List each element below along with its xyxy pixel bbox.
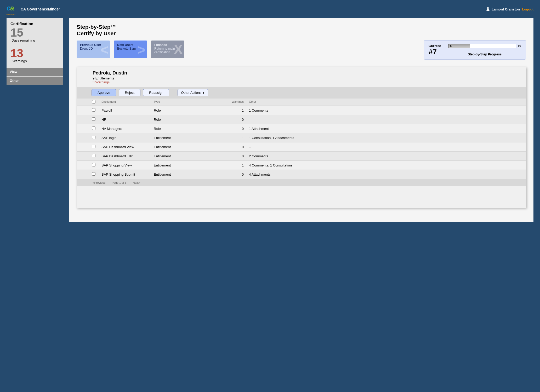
- certification-title: Certification: [10, 21, 59, 26]
- row-warnings: 0: [196, 127, 249, 131]
- app-header: ca. technologies CA GovernenceMinder Lam…: [0, 0, 540, 18]
- row-checkbox[interactable]: [92, 154, 95, 157]
- user-icon: [486, 7, 490, 11]
- progress-bar-fill: 6: [448, 44, 470, 48]
- main-content: Step-by-Step™ Certify by User Previous U…: [69, 18, 533, 222]
- row-warnings: 1: [196, 163, 249, 167]
- col-header-entitlement: Entitlement: [101, 100, 154, 104]
- close-icon: X: [174, 45, 183, 54]
- row-warnings: 0: [196, 118, 249, 122]
- current-label: Current: [429, 44, 441, 48]
- table-row[interactable]: NA ManagersRole01 Attachment: [77, 124, 526, 133]
- warnings-num: 13: [10, 48, 59, 59]
- progress-card: Current #7 6 19 Step-by-Step Progress: [424, 40, 526, 60]
- table-body: PayrollRole11 CommentsHRRole0–NA Manager…: [77, 106, 526, 179]
- sidebar: Certification 15 Days remaining 13 Warni…: [7, 18, 63, 222]
- reassign-button[interactable]: Reassign: [143, 89, 169, 96]
- sidebar-tab-view[interactable]: View: [7, 68, 63, 77]
- col-header-warnings: Warnings: [196, 100, 249, 104]
- logo-subtext: technologies: [7, 14, 15, 15]
- previous-user-card[interactable]: Previous User Drew, JD <: [77, 40, 110, 58]
- row-entitlement: SAP Dashboard View: [101, 145, 154, 149]
- table-row[interactable]: SAP Dashboard ViewEntitlement0–: [77, 142, 526, 152]
- progress-label: Step-by-Step Progress: [468, 53, 502, 56]
- row-warnings: 1: [196, 136, 249, 140]
- chevron-left-icon: <: [100, 45, 109, 54]
- paginate-next[interactable]: Next>: [133, 181, 140, 184]
- row-warnings: 0: [196, 145, 249, 149]
- table-row[interactable]: SAP Dashboard EditEntitlement02 Comments: [77, 152, 526, 161]
- user-name: Pedroia, Dustin: [93, 70, 520, 76]
- ca-logo: ca. technologies: [7, 4, 18, 14]
- row-type: Entitlement: [154, 136, 196, 140]
- paginate-prev[interactable]: <Previous: [93, 181, 105, 184]
- other-actions-dropdown[interactable]: Other Actions: [178, 89, 208, 96]
- col-header-other: Other: [249, 100, 520, 104]
- progress-bar: 6: [448, 44, 516, 48]
- finished-card[interactable]: Finished Return to main certification X: [151, 40, 184, 58]
- row-checkbox[interactable]: [92, 117, 95, 121]
- row-type: Role: [154, 118, 196, 122]
- row-other: 2 Comments: [249, 154, 520, 158]
- entitlements-panel: Pedroia, Dustin 9 Entitlements 3 Warning…: [77, 67, 526, 208]
- row-other: 4 Attachments: [249, 172, 520, 176]
- progress-block: 6 19 Step-by-Step Progress: [448, 44, 521, 56]
- row-checkbox[interactable]: [92, 126, 95, 130]
- row-entitlement: SAP Dashboard Edit: [101, 154, 154, 158]
- row-checkbox[interactable]: [92, 172, 95, 176]
- days-remaining-num: 15: [10, 27, 59, 38]
- row-other: 1 Attachment: [249, 127, 520, 131]
- row-entitlement: HR: [101, 118, 154, 122]
- days-remaining-label: Days remaining: [12, 38, 59, 42]
- table-header: Entitlement Type Warnings Other: [77, 99, 526, 106]
- table-row[interactable]: SAP Shopping ViewEntitlement14 Comments,…: [77, 161, 526, 170]
- row-entitlement: NA Managers: [101, 127, 154, 131]
- progress-total-num: 19: [518, 44, 521, 48]
- select-all-checkbox[interactable]: [92, 100, 95, 103]
- row-checkbox[interactable]: [92, 136, 95, 139]
- username: Lamont Cranston: [492, 7, 520, 11]
- row-type: Role: [154, 127, 196, 131]
- row-other: 4 Comments, 1 Consultation: [249, 163, 520, 167]
- page-title-line2: Certify by User: [77, 30, 116, 36]
- table-row[interactable]: SAP Shopping SubmitEntitlement04 Attachm…: [77, 170, 526, 179]
- current-block: Current #7: [429, 44, 441, 56]
- row-other: –: [249, 118, 520, 122]
- row-type: Entitlement: [154, 154, 196, 158]
- row-checkbox[interactable]: [92, 163, 95, 166]
- row-warnings: 0: [196, 172, 249, 176]
- table-row[interactable]: SAP loginEntitlement11 Consultation, 1 A…: [77, 133, 526, 142]
- reject-button[interactable]: Reject: [119, 89, 140, 96]
- approve-button[interactable]: Approve: [92, 89, 116, 96]
- row-warnings: 1: [196, 108, 249, 112]
- row-checkbox[interactable]: [92, 145, 95, 148]
- table-row[interactable]: HRRole0–: [77, 115, 526, 124]
- row-type: Role: [154, 108, 196, 112]
- user-head: Pedroia, Dustin 9 Entitlements 3 Warning…: [77, 67, 526, 87]
- sidebar-summary: Certification 15 Days remaining 13 Warni…: [7, 18, 63, 68]
- next-user-card[interactable]: Next User: Beckett, Sam >: [114, 40, 147, 58]
- row-warnings: 0: [196, 154, 249, 158]
- entitlements-count: 9 Entitlements: [93, 76, 520, 80]
- sidebar-tabs: View Other: [7, 68, 63, 85]
- progress-done-num: 6: [450, 44, 452, 47]
- row-entitlement: SAP Shopping View: [101, 163, 154, 167]
- chevron-right-icon: >: [137, 45, 146, 54]
- action-bar: Approve Reject Reassign Other Actions: [77, 87, 526, 99]
- logout-link[interactable]: Logout: [522, 7, 533, 11]
- row-type: Entitlement: [154, 172, 196, 176]
- current-num: #7: [429, 48, 441, 56]
- row-type: Entitlement: [154, 145, 196, 149]
- row-entitlement: SAP login: [101, 136, 154, 140]
- row-checkbox[interactable]: [92, 108, 95, 112]
- page-title: Step-by-Step™ Certify by User: [77, 24, 526, 37]
- table-row[interactable]: PayrollRole11 Comments: [77, 106, 526, 115]
- table-footer: <Previous Page 1 of 3 Next>: [77, 179, 526, 186]
- row-entitlement: SAP Shopping Submit: [101, 172, 154, 176]
- col-header-type: Type: [154, 100, 196, 104]
- row-type: Entitlement: [154, 163, 196, 167]
- header-right: Lamont Cranston Logout: [486, 7, 533, 11]
- nav-row: Previous User Drew, JD < Next User: Beck…: [77, 40, 526, 60]
- sidebar-tab-other[interactable]: Other: [7, 77, 63, 85]
- warnings-count: 3 Warnings: [93, 80, 520, 84]
